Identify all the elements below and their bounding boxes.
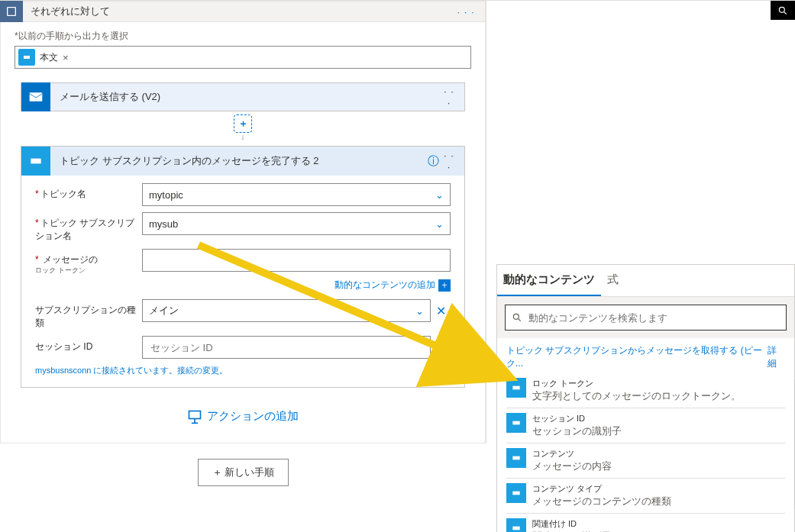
dyn-link-text: 動的なコンテンツの追加 <box>334 279 435 292</box>
dc-search-input[interactable] <box>527 311 780 324</box>
add-action-icon <box>187 409 202 424</box>
info-icon[interactable]: ⓘ <box>425 154 441 169</box>
step-send-mail[interactable]: メールを送信する (V2) · · · <box>21 82 465 111</box>
session-input[interactable] <box>142 336 431 359</box>
connector-plus[interactable]: ＋ ↓ <box>15 114 471 141</box>
send-mail-menu-icon[interactable]: · · · <box>441 85 464 108</box>
dc-item-title: セッション ID <box>532 413 785 424</box>
servicebus-icon <box>506 518 526 532</box>
session-clear-icon[interactable]: ✕ <box>431 340 451 355</box>
token-label: 本文 <box>35 51 63 64</box>
token-body: 本文 × <box>18 49 73 66</box>
search-icon[interactable] <box>771 1 795 20</box>
dc-item-3[interactable]: コンテンツ タイプメッセージのコンテンツの種類 <box>506 479 785 514</box>
dc-item-desc: セッションの識別子 <box>532 424 785 438</box>
svg-rect-3 <box>24 56 30 59</box>
tab-dynamic-content[interactable]: 動的なコンテンツ <box>497 265 601 296</box>
session-label: セッション ID <box>35 336 142 353</box>
chevron-down-icon: ⌄ <box>415 305 424 317</box>
subscription-label: トピック サブスクリプション名 <box>35 212 142 243</box>
message-lock-text[interactable] <box>149 254 444 267</box>
dc-item-desc: メッセージの内容 <box>532 459 785 473</box>
svg-rect-12 <box>512 421 519 425</box>
token-remove-icon[interactable]: × <box>63 52 73 63</box>
tab-expression[interactable]: 式 <box>601 265 625 296</box>
topic-value: mytopic <box>149 189 183 201</box>
servicebus-icon <box>21 147 50 176</box>
dc-item-title: 関連付け ID <box>532 518 785 530</box>
subtype-label: サブスクリプションの種類 <box>35 299 142 330</box>
subtype-value: メイン <box>149 304 179 318</box>
dc-item-0[interactable]: ロック トークン文字列としてのメッセージのロックトークン。 <box>506 373 785 408</box>
foreach-body: *以前の手順から出力を選択 本文 × メールを送信する (V2) · · · <box>0 22 486 443</box>
servicebus-icon <box>506 448 526 468</box>
chevron-down-icon: ⌄ <box>435 218 444 230</box>
message-label-main: メッセージの <box>43 254 98 265</box>
foreach-title: それぞれに対して <box>31 5 110 18</box>
servicebus-icon <box>506 378 526 398</box>
subtype-combo[interactable]: メイン ⌄ <box>142 299 431 322</box>
dc-item-title: ロック トークン <box>532 378 785 389</box>
svg-rect-2 <box>8 8 16 16</box>
svg-rect-4 <box>30 92 43 102</box>
message-lock-label: メッセージの ロック トークン <box>35 249 142 274</box>
svg-rect-11 <box>512 386 519 390</box>
message-lock-input[interactable] <box>142 249 451 272</box>
servicebus-icon <box>506 413 526 433</box>
dc-item-desc: メッセージのコンテンツの種類 <box>532 495 785 508</box>
dc-item-4[interactable]: 関連付け ID関連付けの識別子 <box>506 514 785 532</box>
svg-rect-5 <box>31 159 40 164</box>
chevron-down-icon: ⌄ <box>435 189 444 201</box>
svg-rect-15 <box>512 527 519 530</box>
dyn-link-icon: ＋ <box>438 279 451 292</box>
svg-line-1 <box>784 11 787 14</box>
subtype-clear-icon[interactable]: ✕ <box>431 304 451 318</box>
send-mail-title: メールを送信する (V2) <box>50 90 441 104</box>
svg-rect-14 <box>512 492 519 495</box>
dc-item-1[interactable]: セッション IDセッションの識別子 <box>506 408 785 443</box>
add-action-text: アクションの追加 <box>207 409 299 422</box>
plus-icon: ＋ <box>234 114 252 133</box>
svg-line-10 <box>519 319 521 321</box>
svg-rect-13 <box>512 456 519 460</box>
dc-item-desc: 文字列としてのメッセージのロックトークン。 <box>532 389 785 403</box>
foreach-title-bar[interactable]: それぞれに対して · · · <box>23 1 486 22</box>
dc-item-title: コンテンツ <box>532 448 785 459</box>
topic-label: トピック名 <box>35 183 142 201</box>
svg-point-9 <box>513 314 519 319</box>
servicebus-icon <box>506 483 526 503</box>
output-select-field[interactable]: 本文 × <box>15 46 471 69</box>
foreach-menu-icon[interactable]: · · · <box>454 6 477 18</box>
new-step-button[interactable]: ＋ 新しい手順 <box>198 459 289 486</box>
step-complete-message: トピック サブスクリプション内のメッセージを完了する 2 ⓘ · · · トピッ… <box>21 146 465 388</box>
dynamic-content-panel: 動的なコンテンツ 式 トピック サブスクリプションからメッセージを取得する (ピ… <box>496 264 795 532</box>
complete-title: トピック サブスクリプション内のメッセージを完了する 2 <box>50 154 425 168</box>
output-select-label: *以前の手順から出力を選択 <box>15 30 471 43</box>
subscription-combo[interactable]: mysub ⌄ <box>142 212 451 235</box>
dc-item-title: コンテンツ タイプ <box>532 483 785 495</box>
session-text[interactable] <box>149 341 424 354</box>
dc-section-title: トピック サブスクリプションからメッセージを取得する (ピーク... <box>506 344 768 370</box>
dc-section-more[interactable]: 詳細 <box>768 344 785 370</box>
subscription-value: mysub <box>149 218 178 230</box>
dc-item-2[interactable]: コンテンツメッセージの内容 <box>506 443 785 479</box>
add-dynamic-content-link[interactable]: 動的なコンテンツの追加 ＋ <box>35 279 451 292</box>
add-action-link[interactable]: アクションの追加 <box>15 409 471 424</box>
dc-search-field[interactable] <box>505 305 787 330</box>
connection-note[interactable]: mysbusnsconn に接続されています。接続の変更。 <box>35 365 451 376</box>
svg-rect-6 <box>189 411 201 419</box>
svg-point-0 <box>779 7 784 12</box>
foreach-icon <box>0 1 23 22</box>
complete-menu-icon[interactable]: · · · <box>441 150 464 172</box>
servicebus-icon <box>18 49 35 66</box>
outlook-icon <box>21 82 50 111</box>
complete-header[interactable]: トピック サブスクリプション内のメッセージを完了する 2 ⓘ · · · <box>21 147 464 176</box>
message-label-sub: ロック トークン <box>35 266 142 274</box>
search-icon <box>512 312 522 323</box>
topic-combo[interactable]: mytopic ⌄ <box>142 183 451 206</box>
